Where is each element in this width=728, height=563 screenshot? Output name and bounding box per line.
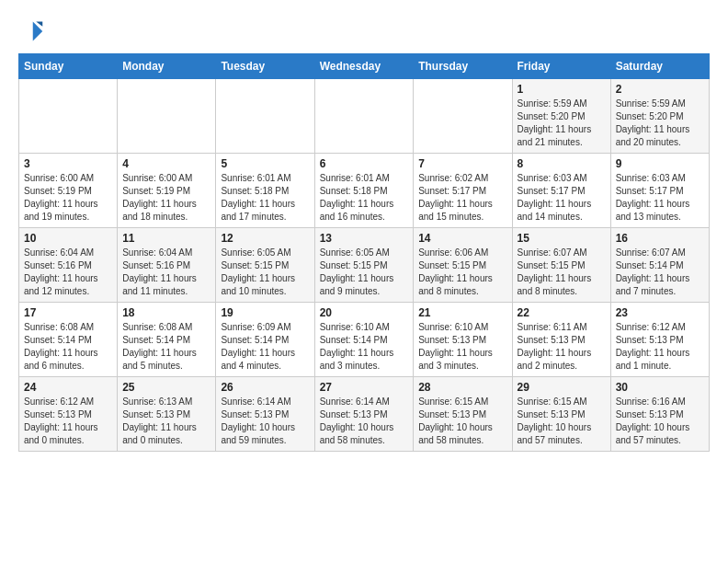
calendar-cell: 25Sunrise: 6:13 AM Sunset: 5:13 PM Dayli…	[118, 377, 216, 452]
calendar-cell: 11Sunrise: 6:04 AM Sunset: 5:16 PM Dayli…	[118, 228, 216, 303]
day-number: 14	[418, 232, 506, 245]
page-header	[18, 18, 710, 44]
day-number: 28	[418, 381, 506, 394]
day-info: Sunrise: 6:15 AM Sunset: 5:13 PM Dayligh…	[418, 396, 506, 447]
day-info: Sunrise: 6:10 AM Sunset: 5:13 PM Dayligh…	[418, 321, 506, 373]
calendar-cell: 17Sunrise: 6:08 AM Sunset: 5:14 PM Dayli…	[19, 303, 118, 377]
calendar-cell	[216, 79, 314, 154]
day-number: 20	[320, 306, 409, 319]
day-info: Sunrise: 6:11 AM Sunset: 5:13 PM Dayligh…	[518, 321, 606, 373]
weekday-header: Tuesday	[216, 54, 314, 79]
day-number: 4	[122, 157, 210, 170]
calendar-cell: 4Sunrise: 6:00 AM Sunset: 5:19 PM Daylig…	[118, 154, 216, 228]
calendar-cell: 14Sunrise: 6:06 AM Sunset: 5:15 PM Dayli…	[414, 228, 512, 303]
day-number: 17	[24, 306, 112, 319]
calendar-week-row: 10Sunrise: 6:04 AM Sunset: 5:16 PM Dayli…	[19, 228, 710, 303]
day-number: 9	[616, 157, 704, 170]
weekday-header: Sunday	[19, 54, 118, 79]
calendar-cell: 16Sunrise: 6:07 AM Sunset: 5:14 PM Dayli…	[610, 228, 709, 303]
calendar-week-row: 24Sunrise: 6:12 AM Sunset: 5:13 PM Dayli…	[19, 377, 710, 452]
weekday-header: Thursday	[414, 54, 512, 79]
calendar-cell: 8Sunrise: 6:03 AM Sunset: 5:17 PM Daylig…	[512, 154, 610, 228]
day-info: Sunrise: 6:07 AM Sunset: 5:14 PM Dayligh…	[616, 247, 704, 298]
day-info: Sunrise: 5:59 AM Sunset: 5:20 PM Dayligh…	[518, 98, 606, 149]
calendar-week-row: 1Sunrise: 5:59 AM Sunset: 5:20 PM Daylig…	[19, 79, 710, 154]
day-number: 27	[320, 381, 409, 394]
day-number: 15	[518, 232, 606, 245]
day-info: Sunrise: 6:01 AM Sunset: 5:18 PM Dayligh…	[320, 172, 409, 224]
day-info: Sunrise: 6:14 AM Sunset: 5:13 PM Dayligh…	[221, 396, 309, 447]
calendar-table: SundayMondayTuesdayWednesdayThursdayFrid…	[18, 53, 710, 452]
day-info: Sunrise: 6:05 AM Sunset: 5:15 PM Dayligh…	[221, 247, 309, 298]
day-info: Sunrise: 6:08 AM Sunset: 5:14 PM Dayligh…	[122, 321, 210, 373]
day-info: Sunrise: 6:04 AM Sunset: 5:16 PM Dayligh…	[122, 247, 210, 298]
day-info: Sunrise: 6:03 AM Sunset: 5:17 PM Dayligh…	[518, 172, 606, 224]
day-number: 6	[320, 157, 409, 170]
day-info: Sunrise: 6:07 AM Sunset: 5:15 PM Dayligh…	[518, 247, 606, 298]
day-number: 25	[122, 381, 210, 394]
calendar-week-row: 17Sunrise: 6:08 AM Sunset: 5:14 PM Dayli…	[19, 303, 710, 377]
day-number: 18	[122, 306, 210, 319]
calendar-cell: 27Sunrise: 6:14 AM Sunset: 5:13 PM Dayli…	[314, 377, 414, 452]
day-number: 7	[418, 157, 506, 170]
day-info: Sunrise: 6:08 AM Sunset: 5:14 PM Dayligh…	[24, 321, 112, 373]
day-number: 2	[616, 83, 704, 96]
day-info: Sunrise: 6:03 AM Sunset: 5:17 PM Dayligh…	[616, 172, 704, 224]
day-number: 21	[418, 306, 506, 319]
calendar-cell: 12Sunrise: 6:05 AM Sunset: 5:15 PM Dayli…	[216, 228, 314, 303]
weekday-header: Friday	[512, 54, 610, 79]
calendar-cell: 26Sunrise: 6:14 AM Sunset: 5:13 PM Dayli…	[216, 377, 314, 452]
day-number: 24	[24, 381, 112, 394]
day-info: Sunrise: 6:12 AM Sunset: 5:13 PM Dayligh…	[24, 396, 112, 447]
day-number: 22	[518, 306, 606, 319]
day-info: Sunrise: 6:15 AM Sunset: 5:13 PM Dayligh…	[518, 396, 606, 447]
calendar-cell: 10Sunrise: 6:04 AM Sunset: 5:16 PM Dayli…	[19, 228, 118, 303]
day-number: 12	[221, 232, 309, 245]
calendar-cell: 30Sunrise: 6:16 AM Sunset: 5:13 PM Dayli…	[610, 377, 709, 452]
day-number: 13	[320, 232, 409, 245]
calendar-cell: 20Sunrise: 6:10 AM Sunset: 5:14 PM Dayli…	[314, 303, 414, 377]
logo	[18, 18, 48, 44]
calendar-cell: 18Sunrise: 6:08 AM Sunset: 5:14 PM Dayli…	[118, 303, 216, 377]
calendar-cell: 28Sunrise: 6:15 AM Sunset: 5:13 PM Dayli…	[414, 377, 512, 452]
calendar-cell: 21Sunrise: 6:10 AM Sunset: 5:13 PM Dayli…	[414, 303, 512, 377]
calendar-cell	[414, 79, 512, 154]
calendar-cell: 22Sunrise: 6:11 AM Sunset: 5:13 PM Dayli…	[512, 303, 610, 377]
day-number: 19	[221, 306, 309, 319]
day-info: Sunrise: 6:04 AM Sunset: 5:16 PM Dayligh…	[24, 247, 112, 298]
day-number: 30	[616, 381, 704, 394]
calendar-cell	[118, 79, 216, 154]
calendar-cell: 15Sunrise: 6:07 AM Sunset: 5:15 PM Dayli…	[512, 228, 610, 303]
day-info: Sunrise: 6:12 AM Sunset: 5:13 PM Dayligh…	[616, 321, 704, 373]
weekday-header: Wednesday	[314, 54, 414, 79]
day-info: Sunrise: 6:14 AM Sunset: 5:13 PM Dayligh…	[320, 396, 409, 447]
day-number: 11	[122, 232, 210, 245]
calendar-cell: 29Sunrise: 6:15 AM Sunset: 5:13 PM Dayli…	[512, 377, 610, 452]
calendar-cell	[314, 79, 414, 154]
day-info: Sunrise: 6:09 AM Sunset: 5:14 PM Dayligh…	[221, 321, 309, 373]
day-info: Sunrise: 6:02 AM Sunset: 5:17 PM Dayligh…	[418, 172, 506, 224]
calendar-cell: 1Sunrise: 5:59 AM Sunset: 5:20 PM Daylig…	[512, 79, 610, 154]
weekday-header-row: SundayMondayTuesdayWednesdayThursdayFrid…	[19, 54, 710, 79]
day-number: 16	[616, 232, 704, 245]
logo-icon	[18, 18, 44, 44]
day-info: Sunrise: 6:13 AM Sunset: 5:13 PM Dayligh…	[122, 396, 210, 447]
day-number: 8	[518, 157, 606, 170]
calendar-cell: 9Sunrise: 6:03 AM Sunset: 5:17 PM Daylig…	[610, 154, 709, 228]
weekday-header: Monday	[118, 54, 216, 79]
day-number: 5	[221, 157, 309, 170]
day-number: 1	[518, 83, 606, 96]
calendar-cell: 13Sunrise: 6:05 AM Sunset: 5:15 PM Dayli…	[314, 228, 414, 303]
calendar-cell	[19, 79, 118, 154]
day-info: Sunrise: 6:16 AM Sunset: 5:13 PM Dayligh…	[616, 396, 704, 447]
calendar-cell: 5Sunrise: 6:01 AM Sunset: 5:18 PM Daylig…	[216, 154, 314, 228]
day-number: 3	[24, 157, 112, 170]
day-number: 10	[24, 232, 112, 245]
day-info: Sunrise: 6:01 AM Sunset: 5:18 PM Dayligh…	[221, 172, 309, 224]
calendar-cell: 24Sunrise: 6:12 AM Sunset: 5:13 PM Dayli…	[19, 377, 118, 452]
day-number: 23	[616, 306, 704, 319]
day-info: Sunrise: 6:00 AM Sunset: 5:19 PM Dayligh…	[24, 172, 112, 224]
day-info: Sunrise: 6:00 AM Sunset: 5:19 PM Dayligh…	[122, 172, 210, 224]
calendar-cell: 3Sunrise: 6:00 AM Sunset: 5:19 PM Daylig…	[19, 154, 118, 228]
day-info: Sunrise: 6:10 AM Sunset: 5:14 PM Dayligh…	[320, 321, 409, 373]
